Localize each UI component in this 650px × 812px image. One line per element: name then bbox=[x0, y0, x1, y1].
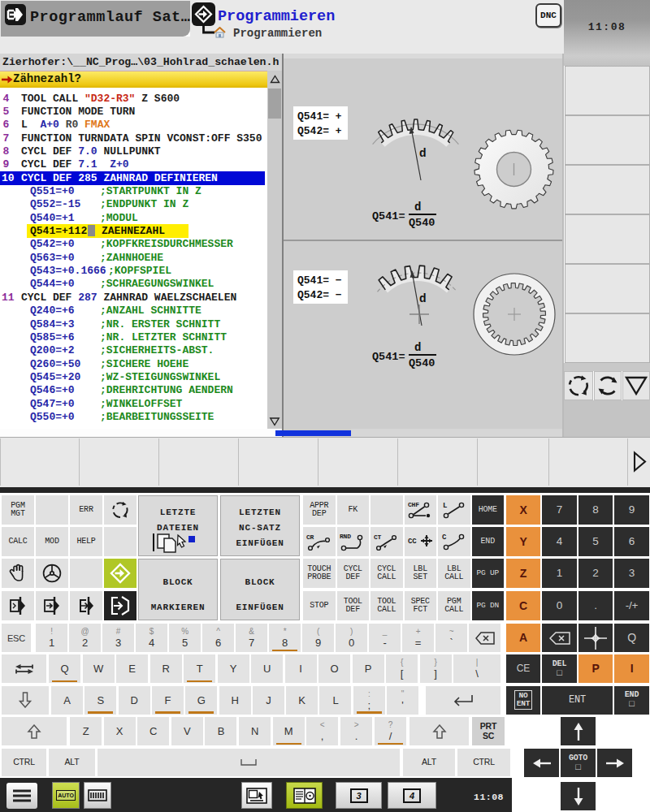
svg-text:CT: CT bbox=[374, 533, 382, 541]
svg-text:L: L bbox=[443, 502, 447, 510]
svg-text:d: d bbox=[419, 292, 427, 304]
svg-text:CC: CC bbox=[408, 538, 417, 546]
svg-text:RND: RND bbox=[340, 533, 351, 540]
svg-text:CR: CR bbox=[306, 533, 314, 541]
svg-text:d: d bbox=[419, 146, 427, 159]
svg-text:C: C bbox=[442, 533, 447, 542]
svg-text:CHF: CHF bbox=[408, 501, 419, 508]
